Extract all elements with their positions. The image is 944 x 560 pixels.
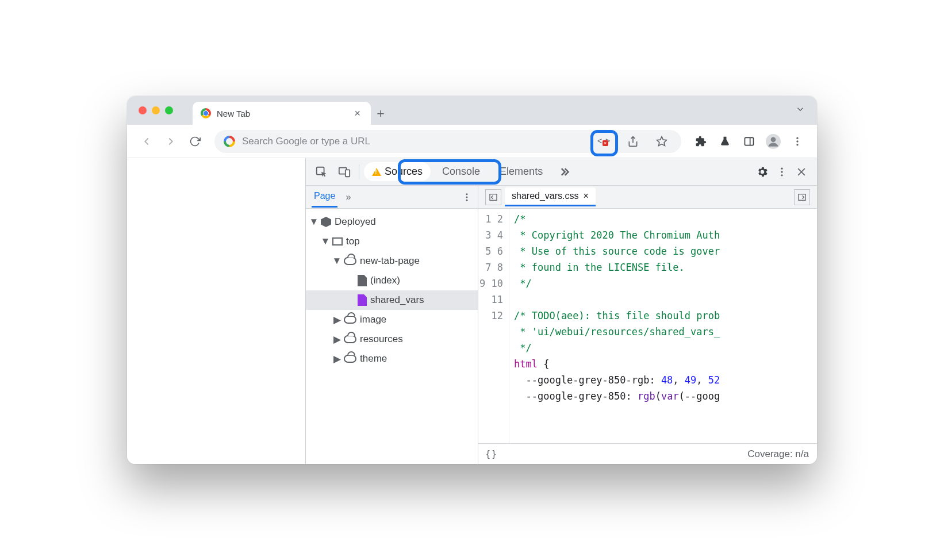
- stylesheet-icon: [358, 294, 367, 306]
- browser-toolbar: Search Google or type a URL <>×: [127, 125, 817, 158]
- inspect-element-button[interactable]: [312, 162, 331, 182]
- file-tab-label: shared_vars.css: [512, 191, 579, 201]
- devtools-menu-button[interactable]: [772, 162, 792, 182]
- frame-icon: [332, 237, 343, 246]
- svg-point-17: [781, 171, 782, 172]
- browser-menu-button[interactable]: [787, 131, 808, 152]
- fullscreen-window-button[interactable]: [165, 106, 173, 114]
- devtools-toolbar: Sources Console Elements: [306, 158, 817, 186]
- svg-text:×: ×: [604, 140, 607, 146]
- tree-item-index[interactable]: (index): [306, 271, 478, 290]
- profile-avatar[interactable]: [763, 131, 784, 152]
- close-tab-icon[interactable]: ×: [354, 108, 360, 120]
- more-panels-button[interactable]: [554, 162, 574, 182]
- svg-rect-6: [745, 137, 754, 145]
- tree-item-resources[interactable]: ▶resources: [306, 329, 478, 349]
- content-area: Sources Console Elements Page »: [127, 158, 817, 464]
- code-editor[interactable]: 1 2 3 4 5 6 7 8 9 10 11 12 /* * Copyrigh…: [478, 209, 817, 443]
- panel-tab-label: Elements: [500, 166, 543, 178]
- svg-point-12: [796, 144, 798, 145]
- panel-tab-label: Sources: [385, 166, 423, 178]
- device-toolbar-button[interactable]: [335, 162, 354, 182]
- close-window-button[interactable]: [139, 106, 147, 114]
- close-file-icon[interactable]: ×: [584, 191, 589, 201]
- labs-button[interactable]: [715, 131, 735, 152]
- share-button[interactable]: [623, 131, 643, 152]
- cloud-icon: [344, 355, 356, 363]
- tab-title: New Tab: [217, 109, 250, 118]
- tab-strip: New Tab × ＋: [127, 96, 817, 125]
- line-gutter: 1 2 3 4 5 6 7 8 9 10 11 12: [478, 209, 509, 443]
- forward-button[interactable]: [160, 131, 181, 152]
- panel-tab-console[interactable]: Console: [434, 162, 488, 181]
- new-tab-button[interactable]: ＋: [371, 102, 390, 125]
- panel-tab-elements[interactable]: Elements: [492, 162, 551, 181]
- tree-item-deployed[interactable]: ▼Deployed: [306, 212, 478, 232]
- tabs-overflow-button[interactable]: [795, 104, 805, 114]
- navigator-tabs: Page »: [306, 186, 478, 209]
- tree-item-image[interactable]: ▶image: [306, 310, 478, 329]
- page-viewport: [127, 158, 305, 464]
- devtools-panel: Sources Console Elements Page »: [305, 158, 817, 464]
- svg-text:<: <: [597, 136, 602, 145]
- more-navigator-tabs[interactable]: »: [343, 187, 353, 207]
- navigator-menu-button[interactable]: [462, 192, 472, 202]
- warning-icon: [372, 168, 381, 176]
- cloud-icon: [344, 316, 356, 324]
- sources-navigator: Page » ▼Deployed ▼top ▼new-tab-page (ind…: [306, 186, 478, 464]
- devtools-errors-badge[interactable]: <>×: [597, 136, 611, 147]
- tree-item-theme[interactable]: ▶theme: [306, 349, 478, 369]
- close-devtools-button[interactable]: [792, 162, 811, 182]
- extensions-button[interactable]: [690, 131, 711, 152]
- window-controls: [139, 106, 173, 114]
- tree-item-shared-vars[interactable]: shared_vars: [306, 290, 478, 310]
- cloud-icon: [344, 257, 356, 265]
- pretty-print-button[interactable]: { }: [486, 448, 496, 460]
- svg-point-21: [466, 193, 468, 195]
- google-logo-icon: [224, 136, 235, 147]
- document-icon: [358, 275, 367, 286]
- editor-statusbar: { } Coverage: n/a: [478, 443, 817, 464]
- tree-item-top[interactable]: ▼top: [306, 232, 478, 251]
- browser-tab[interactable]: New Tab ×: [193, 102, 371, 125]
- minimize-window-button[interactable]: [152, 106, 160, 114]
- coverage-status: Coverage: n/a: [747, 448, 809, 460]
- svg-point-18: [781, 174, 782, 176]
- svg-marker-5: [657, 136, 667, 145]
- svg-rect-15: [346, 170, 350, 177]
- tree-item-new-tab-page[interactable]: ▼new-tab-page: [306, 251, 478, 271]
- devtools-settings-button[interactable]: [753, 162, 772, 182]
- panel-tab-label: Console: [442, 166, 480, 178]
- code-content: /* * Copyright 2020 The Chromium Auth * …: [509, 209, 817, 443]
- svg-point-9: [771, 137, 776, 142]
- navigator-tab-page[interactable]: Page: [312, 186, 337, 208]
- show-debugger-button[interactable]: [794, 189, 810, 205]
- side-panel-button[interactable]: [739, 131, 759, 152]
- deployed-icon: [321, 217, 331, 227]
- svg-point-16: [781, 167, 782, 169]
- bookmark-button[interactable]: [651, 131, 672, 152]
- file-tab[interactable]: shared_vars.css ×: [505, 187, 596, 206]
- reload-button[interactable]: [185, 131, 205, 152]
- svg-point-11: [796, 140, 798, 142]
- omnibox[interactable]: Search Google or type a URL <>×: [214, 130, 681, 153]
- sources-editor: shared_vars.css × 1 2 3 4 5 6 7 8 9 10 1…: [478, 186, 817, 464]
- svg-point-23: [466, 199, 468, 201]
- svg-point-10: [796, 137, 798, 139]
- file-tab-bar: shared_vars.css ×: [478, 186, 817, 209]
- chrome-favicon-icon: [201, 108, 211, 118]
- show-navigator-button[interactable]: [485, 189, 501, 205]
- back-button[interactable]: [136, 131, 157, 152]
- panel-tab-sources[interactable]: Sources: [364, 162, 431, 181]
- cloud-icon: [344, 335, 356, 343]
- svg-point-22: [466, 196, 468, 198]
- browser-window: New Tab × ＋ Search Google or type a URL …: [127, 96, 817, 464]
- file-tree[interactable]: ▼Deployed ▼top ▼new-tab-page (index) sha…: [306, 209, 478, 464]
- omnibox-placeholder: Search Google or type a URL: [242, 136, 370, 147]
